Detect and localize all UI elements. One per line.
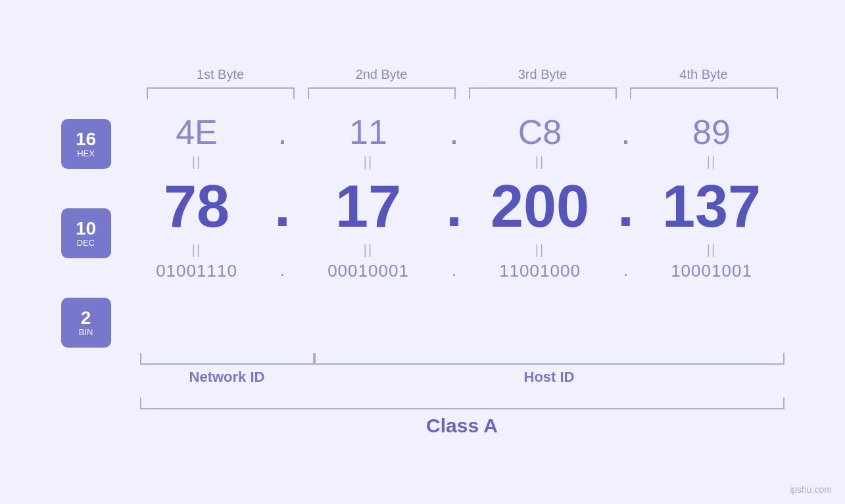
- main-container: 1st Byte 2nd Byte 3rd Byte 4th Byte 16 H…: [61, 67, 785, 437]
- hex-dot-3: .: [613, 112, 639, 152]
- dec-val-3: 200: [468, 177, 613, 236]
- hex-row: 4E . 11 . C8 . 89: [124, 112, 785, 152]
- dec-name: DEC: [77, 238, 95, 248]
- bin-val-3: 11001000: [468, 262, 613, 279]
- bin-row: 01001110 . 00010001 . 11001000 .: [124, 260, 785, 281]
- bin-dot-1: .: [270, 260, 296, 281]
- bin-val-4: 10001001: [639, 262, 785, 279]
- class-label: Class A: [61, 415, 785, 437]
- dec-dot-3: .: [613, 172, 639, 240]
- host-bracket: [314, 353, 785, 365]
- bracket-top-2: [308, 87, 456, 99]
- eq2-dot2: [441, 242, 468, 258]
- hex-name: HEX: [77, 149, 95, 158]
- byte2-header: 2nd Byte: [301, 67, 462, 82]
- bin-badge: 2 BIN: [61, 298, 111, 348]
- bin-number: 2: [81, 309, 91, 327]
- hex-dot-1: .: [270, 112, 296, 152]
- dec-dot-1: .: [270, 172, 296, 240]
- network-id-label: Network ID: [140, 369, 314, 386]
- id-labels: Network ID Host ID: [61, 369, 785, 386]
- dec-val-4: 137: [639, 177, 785, 236]
- top-brackets: [61, 87, 785, 99]
- dec-badge: 10 DEC: [61, 208, 111, 258]
- bin-dot-2: .: [441, 260, 468, 281]
- hex-badge: 16 HEX: [61, 119, 111, 169]
- eq2-dot3: [613, 242, 639, 258]
- byte1-header: 1st Byte: [140, 67, 301, 82]
- dec-val-1: 78: [124, 177, 270, 236]
- eq1-dot1: [270, 154, 296, 170]
- bin-name: BIN: [79, 327, 93, 337]
- bracket-top-3: [469, 87, 617, 99]
- dec-row: 78 . 17 . 200 . 137: [124, 172, 785, 240]
- watermark: ipshu.com: [790, 484, 832, 495]
- bottom-brackets-area: [61, 353, 785, 365]
- hex-dot-2: .: [441, 112, 468, 152]
- eq2-dot1: [270, 242, 296, 258]
- bin-dot-3: .: [613, 260, 639, 281]
- values-grid: 4E . 11 . C8 . 89: [111, 112, 785, 281]
- hex-val-4: 89: [639, 115, 785, 149]
- dec-val-2: 17: [296, 177, 441, 236]
- hex-val-2: 11: [296, 115, 441, 149]
- bin-val-1: 01001110: [124, 262, 270, 279]
- eq1-dot2: [441, 154, 468, 170]
- hex-val-1: 4E: [124, 115, 270, 149]
- network-bracket: [140, 353, 314, 365]
- byte4-header: 4th Byte: [623, 67, 785, 82]
- byte-headers: 1st Byte 2nd Byte 3rd Byte 4th Byte: [61, 67, 785, 82]
- class-bracket: [140, 398, 785, 409]
- class-bracket-row: [61, 398, 785, 409]
- base-labels: 16 HEX 10 DEC 2 BIN: [61, 112, 111, 348]
- eq1-dot3: [613, 154, 639, 170]
- host-id-label: Host ID: [314, 369, 785, 386]
- dec-number: 10: [76, 219, 96, 238]
- bracket-top-1: [147, 87, 295, 99]
- bracket-top-4: [630, 87, 778, 99]
- hex-val-3: C8: [468, 115, 613, 149]
- byte3-header: 3rd Byte: [462, 67, 623, 82]
- dec-dot-2: .: [441, 172, 468, 240]
- content-area: 16 HEX 10 DEC 2 BIN 4E .: [61, 112, 785, 348]
- bin-val-2: 00010001: [296, 262, 441, 279]
- hex-number: 16: [76, 130, 96, 149]
